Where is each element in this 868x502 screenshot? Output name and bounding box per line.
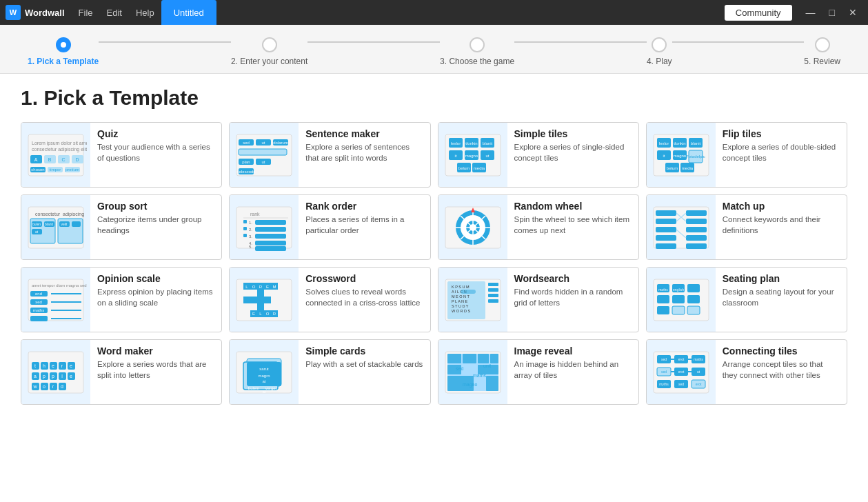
svg-rect-118 (656, 243, 676, 249)
template-card-group-sort[interactable]: consectetur adipiscing bulen blanit at v… (21, 194, 222, 260)
template-card-random-wheel[interactable]: Random wheelSpin the wheel to see which … (438, 194, 639, 260)
wizard-step-3[interactable]: 3. Choose the game (440, 37, 514, 66)
template-card-quiz[interactable]: Lorem ipsum dolor sit amet, consectetur … (21, 122, 222, 188)
template-title-group-sort: Group sort (97, 201, 214, 212)
template-info-image-reveal: Image revealAn image is hidden behind an… (507, 340, 638, 404)
template-desc-crossword: Solves clues to reveal words connected i… (305, 286, 423, 308)
active-tab[interactable]: Untitled (161, 0, 216, 25)
svg-rect-112 (656, 219, 676, 224)
template-card-opinion-scale[interactable]: amet tempor diam magna sed quam end sed … (21, 267, 222, 332)
step-circle-1 (56, 37, 71, 52)
menu-help[interactable]: Help (129, 0, 161, 25)
template-card-seating-plan[interactable]: maths english Seating planDesign a seati… (646, 267, 847, 332)
wizard-step-5[interactable]: 5. Review (804, 37, 840, 66)
template-card-connecting-tiles[interactable]: sed erot maths sed erot ut myths sed ero… (646, 339, 847, 405)
template-info-sentence-maker: Sentence makerExplore a series of senten… (299, 123, 430, 187)
svg-rect-142 (257, 290, 264, 297)
template-info-crossword: CrosswordSolves clues to reveal words co… (299, 268, 430, 332)
svg-rect-146 (264, 297, 271, 303)
step-label-1: 1. Pick a Template (28, 57, 99, 66)
svg-text:nelescode: nelescode (237, 170, 256, 174)
close-button[interactable]: ✕ (843, 7, 862, 18)
svg-text:consectetur adipiscing elit?: consectetur adipiscing elit? (32, 147, 87, 152)
svg-text:sed: sed (661, 357, 667, 361)
template-title-sentence-maker: Sentence maker (305, 128, 423, 139)
svg-rect-97 (255, 246, 286, 251)
svg-text:maths: maths (694, 357, 703, 361)
svg-text:E: E (266, 285, 269, 289)
menu-file[interactable]: File (72, 0, 100, 25)
template-thumb-wordsearch: K P S U M A I L C N M E O N T P L A N E … (438, 268, 507, 332)
svg-text:blanit: blanit (45, 222, 54, 226)
svg-rect-172 (488, 294, 498, 297)
svg-rect-147 (257, 303, 264, 310)
svg-text:velit: velit (61, 222, 68, 226)
svg-rect-235 (447, 365, 461, 374)
svg-rect-231 (447, 354, 461, 363)
template-desc-wordsearch: Find words hidden in a random grid of le… (514, 286, 632, 308)
svg-text:english: english (673, 288, 684, 292)
template-card-simple-tiles[interactable]: lexlor tlonkin blanit it magno ut belum … (438, 122, 639, 188)
svg-text:Lorem ipsum dolor sit amet,: Lorem ipsum dolor sit amet, (32, 141, 87, 146)
svg-rect-233 (478, 354, 489, 363)
template-title-quiz: Quiz (97, 128, 214, 139)
svg-text:it: it (663, 154, 665, 158)
svg-rect-173 (488, 299, 498, 303)
svg-rect-114 (656, 227, 676, 232)
template-thumb-simple-cards: sarut magro at bulem verget at (230, 340, 299, 404)
wizard-step-1[interactable]: 1. Pick a Template (28, 37, 99, 66)
svg-text:media: media (682, 166, 694, 170)
template-card-flip-tiles[interactable]: lexlor tlonkin blanit it magno Fotadelpi… (646, 122, 847, 188)
template-title-word-maker: Word maker (97, 345, 214, 357)
template-card-crossword[interactable]: L O R E M L O R E CrosswordSolves clues … (229, 267, 430, 332)
svg-text:R: R (273, 312, 276, 316)
step-label-3: 3. Choose the game (440, 57, 514, 66)
svg-rect-182 (672, 306, 685, 314)
template-desc-opinion-scale: Express opinion by placing items on a sl… (97, 286, 214, 308)
step-label-4: 4. Play (647, 57, 672, 66)
template-card-sentence-maker[interactable]: sed ut dolarum plan ut nelescode Sentenc… (229, 122, 430, 188)
main-content: 1. Pick a Template Lorem ipsum dolor sit… (0, 74, 868, 502)
menu-edit[interactable]: Edit (100, 0, 129, 25)
template-card-match-up[interactable]: Match upConnect keywords and their defin… (646, 194, 847, 260)
template-card-rank-order[interactable]: rank 1. 2. 3. 4. 5. Rank orderPlaces a s… (229, 194, 430, 260)
template-card-simple-cards[interactable]: sarut magro at bulem verget at Simple ca… (229, 339, 430, 405)
template-card-word-maker[interactable]: t h e r e a p p l e w o (21, 339, 222, 405)
template-title-image-reveal: Image reveal (514, 345, 632, 357)
maximize-button[interactable]: □ (824, 7, 840, 18)
template-card-wordsearch[interactable]: K P S U M A I L C N M E O N T P L A N E … (438, 267, 639, 332)
svg-rect-177 (687, 284, 700, 292)
svg-text:sed: sed (243, 141, 250, 145)
svg-rect-117 (686, 235, 707, 241)
template-desc-random-wheel: Spin the wheel to see which item comes u… (514, 214, 632, 236)
template-info-opinion-scale: Opinion scaleExpress opinion by placing … (90, 268, 221, 332)
svg-text:K P S U M: K P S U M (452, 285, 470, 289)
template-title-match-up: Match up (723, 201, 840, 212)
svg-rect-169 (461, 290, 476, 294)
svg-rect-93 (255, 234, 286, 239)
window-controls: — □ ✕ (800, 7, 862, 18)
minimize-button[interactable]: — (800, 7, 821, 18)
svg-text:d: d (61, 384, 63, 389)
svg-rect-180 (687, 295, 700, 303)
wizard-step-2[interactable]: 2. Enter your content (231, 37, 307, 66)
svg-text:pretium: pretium (65, 168, 79, 172)
svg-rect-88 (243, 227, 247, 230)
template-card-image-reveal[interactable]: sed maths unit magno Image revealAn imag… (438, 339, 639, 405)
svg-text:E: E (252, 312, 255, 316)
step-label-5: 5. Review (804, 57, 840, 66)
wizard-step-4[interactable]: 4. Play (647, 37, 672, 66)
svg-rect-237 (447, 376, 474, 391)
svg-text:tlonkin: tlonkin (465, 141, 477, 145)
svg-text:B: B (48, 157, 52, 162)
svg-text:belum: belum (458, 166, 469, 170)
svg-text:O: O (252, 285, 256, 289)
step-circle-5 (815, 37, 830, 52)
svg-text:a: a (34, 374, 37, 379)
template-thumb-match-up (647, 195, 716, 259)
step-circle-4 (652, 37, 667, 52)
community-button[interactable]: Community (725, 5, 792, 21)
svg-text:magno: magno (465, 154, 478, 158)
template-info-quiz: QuizTest your audience with a series of … (90, 123, 221, 187)
template-info-match-up: Match upConnect keywords and their defin… (716, 195, 847, 259)
